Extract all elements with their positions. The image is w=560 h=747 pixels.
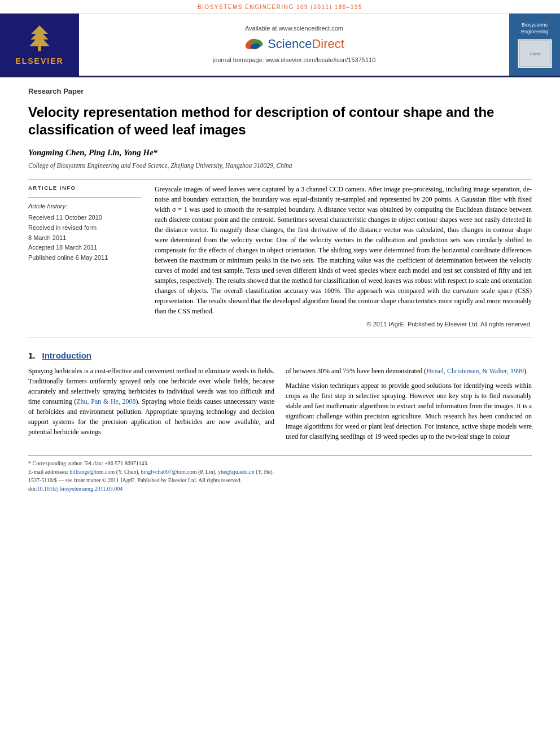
footnote-doi: doi:10.1016/j.biosystemseng.2011.03.004 bbox=[28, 484, 532, 493]
section-1-title: Introduction bbox=[42, 350, 91, 361]
article-title: Velocity representation method for descr… bbox=[28, 103, 532, 138]
intro-body: Spraying herbicides is a cost-effective … bbox=[28, 366, 532, 446]
elsevier-tree-icon bbox=[17, 23, 62, 54]
copyright-notice: © 2011 IAgrE. Published by Elsevier Ltd.… bbox=[155, 320, 532, 329]
ref-zhu-2008[interactable]: Zhu, Pan & He, 2008 bbox=[76, 397, 135, 405]
article-info-abstract: ARTICLE INFO Article history: Received 1… bbox=[28, 184, 532, 329]
sciencedirect-label: ScienceDirect bbox=[268, 36, 344, 53]
article-type-label: Research Paper bbox=[28, 86, 532, 99]
abstract-text: Greyscale images of weed leaves were cap… bbox=[155, 184, 532, 329]
footnote-emails: E-mail addresses: billrange@tom.com (Y. … bbox=[28, 468, 532, 476]
introduction-section: 1. Introduction Spraying herbicides is a… bbox=[28, 350, 532, 446]
journal-citation: BIOSYSTEMS ENGINEERING 109 (2011) 186–19… bbox=[198, 4, 362, 10]
section-1-number: 1. bbox=[28, 350, 36, 361]
accepted-date: Accepted 18 March 2011 bbox=[28, 243, 141, 253]
article-info-column: ARTICLE INFO Article history: Received 1… bbox=[28, 184, 141, 329]
intro-right-text-1: of between 30% and 75% have been demonst… bbox=[286, 366, 532, 376]
elsevier-label: ELSEVIER bbox=[15, 56, 63, 67]
received-date: Received 11 October 2010 bbox=[28, 213, 141, 223]
published-date: Published online 6 May 2011 bbox=[28, 253, 141, 263]
doi-link[interactable]: 10.1016/j.biosystemseng.2011.03.004 bbox=[37, 486, 123, 492]
footnote-issn: 1537-5110/$ — see front matter © 2011 IA… bbox=[28, 476, 532, 484]
available-text: Available at www.sciencedirect.com bbox=[245, 24, 343, 33]
elsevier-logo: ELSEVIER bbox=[0, 14, 79, 76]
journal-cover-image: Cover bbox=[518, 39, 552, 67]
section-1-header: 1. Introduction bbox=[28, 350, 532, 361]
sciencedirect-logo: ScienceDirect bbox=[244, 36, 344, 53]
svg-text:Cover: Cover bbox=[530, 52, 541, 56]
intro-right-col: of between 30% and 75% have been demonst… bbox=[286, 366, 532, 446]
header-center: Available at www.sciencedirect.com Scien… bbox=[79, 14, 509, 76]
section-divider bbox=[28, 338, 532, 338]
email-lin[interactable]: binglvcha007@tom.com bbox=[141, 469, 197, 475]
article-history-label: Article history: bbox=[28, 202, 141, 211]
intro-left-col: Spraying herbicides is a cost-effective … bbox=[28, 366, 274, 446]
info-divider bbox=[28, 197, 141, 198]
journal-cover: BiosystemsEngineering Cover bbox=[509, 14, 560, 76]
authors: Yongming Chen, Ping Lin, Yong He* bbox=[28, 147, 532, 159]
abstract-column: Greyscale images of weed leaves were cap… bbox=[155, 184, 532, 329]
journal-header: ELSEVIER Available at www.sciencedirect.… bbox=[0, 14, 560, 77]
email-chen[interactable]: billrange@tom.com bbox=[69, 469, 115, 475]
svg-point-3 bbox=[38, 48, 41, 51]
divider bbox=[28, 179, 532, 180]
article-content: Research Paper Velocity representation m… bbox=[0, 77, 560, 504]
ref-heisel-1999[interactable]: Heisel, Christensen, & Walter, 1999 bbox=[426, 367, 524, 375]
intro-right-text-2: Machine vision techniques appear to prov… bbox=[286, 381, 532, 442]
footnotes: * Corresponding author. Tel./fax: +86 57… bbox=[28, 455, 532, 493]
journal-homepage-link[interactable]: journal homepage: www.elsevier.com/locat… bbox=[213, 56, 376, 64]
email-he[interactable]: yhe@zju.edu.cn bbox=[218, 469, 255, 475]
sd-leaf-icon bbox=[244, 36, 265, 52]
journal-cover-title: BiosystemsEngineering bbox=[521, 22, 548, 35]
revised-date: Received in revised form8 March 2011 bbox=[28, 223, 141, 243]
footnote-corresponding: * Corresponding author. Tel./fax: +86 57… bbox=[28, 459, 532, 468]
article-info-heading: ARTICLE INFO bbox=[28, 184, 141, 191]
journal-info-bar: BIOSYSTEMS ENGINEERING 109 (2011) 186–19… bbox=[0, 0, 560, 14]
intro-left-text: Spraying herbicides is a cost-effective … bbox=[28, 366, 274, 437]
affiliation: College of Biosystems Engineering and Fo… bbox=[28, 161, 532, 170]
